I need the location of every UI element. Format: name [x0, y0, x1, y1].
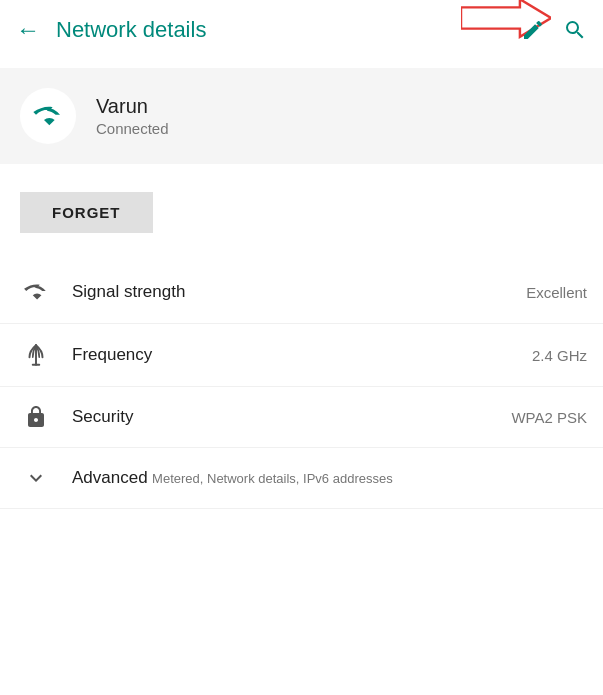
lock-icon-cell: [16, 405, 56, 429]
network-card: Varun Connected: [0, 68, 603, 164]
security-label: Security: [72, 407, 133, 426]
signal-strength-icon: [23, 279, 49, 305]
info-section: Signal strength Excellent Frequency 2.4 …: [0, 261, 603, 509]
security-value: WPA2 PSK: [511, 409, 587, 426]
frequency-value: 2.4 GHz: [532, 347, 587, 364]
signal-strength-row: Signal strength Excellent: [0, 261, 603, 324]
signal-strength-label-wrap: Signal strength: [72, 282, 518, 302]
edit-button[interactable]: [521, 18, 545, 42]
network-icon-circle: [20, 88, 76, 144]
pencil-icon: [521, 18, 545, 42]
network-status: Connected: [96, 120, 169, 137]
wifi-connected-icon: [32, 100, 64, 132]
header: ← Network details: [0, 0, 603, 60]
advanced-label-wrap: Advanced Metered, Network details, IPv6 …: [72, 468, 587, 488]
chevron-down-icon: [24, 466, 48, 490]
page-title: Network details: [56, 17, 521, 43]
network-info: Varun Connected: [96, 95, 169, 137]
signal-strength-label: Signal strength: [72, 282, 185, 301]
signal-strength-value: Excellent: [526, 284, 587, 301]
frequency-icon-cell: [16, 342, 56, 368]
network-name: Varun: [96, 95, 169, 118]
back-button[interactable]: ←: [16, 16, 40, 44]
advanced-row[interactable]: Advanced Metered, Network details, IPv6 …: [0, 448, 603, 509]
advanced-sublabel: Metered, Network details, IPv6 addresses: [152, 471, 393, 486]
frequency-label-wrap: Frequency: [72, 345, 524, 365]
search-button[interactable]: [563, 18, 587, 42]
frequency-icon: [23, 342, 49, 368]
wifi-icon-cell: [16, 279, 56, 305]
chevron-icon-cell: [16, 466, 56, 490]
lock-icon: [24, 405, 48, 429]
search-icon: [563, 18, 587, 42]
security-row: Security WPA2 PSK: [0, 387, 603, 448]
header-actions: [521, 18, 587, 42]
pencil-icon-wrap: [521, 18, 545, 42]
security-label-wrap: Security: [72, 407, 503, 427]
advanced-label: Advanced: [72, 468, 148, 487]
frequency-row: Frequency 2.4 GHz: [0, 324, 603, 387]
frequency-label: Frequency: [72, 345, 152, 364]
forget-button[interactable]: FORGET: [20, 192, 153, 233]
forget-section: FORGET: [0, 164, 603, 261]
